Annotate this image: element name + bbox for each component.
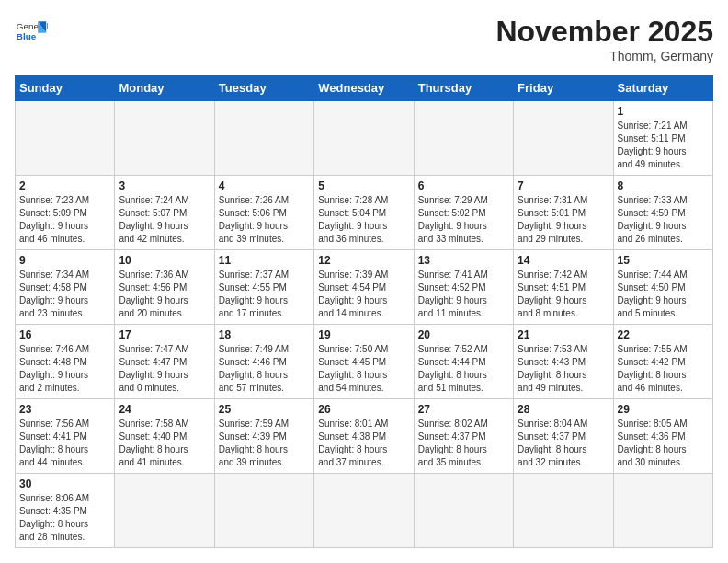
day-number: 3	[119, 179, 210, 192]
weekday-header-tuesday: Tuesday	[214, 75, 313, 101]
day-info: Sunrise: 8:01 AM Sunset: 4:38 PM Dayligh…	[318, 418, 409, 469]
calendar-cell: 29Sunrise: 8:05 AM Sunset: 4:36 PM Dayli…	[613, 399, 712, 474]
calendar-cell: 20Sunrise: 7:52 AM Sunset: 4:44 PM Dayli…	[414, 325, 513, 399]
calendar-cell: 21Sunrise: 7:53 AM Sunset: 4:43 PM Dayli…	[514, 325, 613, 399]
day-info: Sunrise: 7:24 AM Sunset: 5:07 PM Dayligh…	[119, 194, 210, 246]
calendar: SundayMondayTuesdayWednesdayThursdayFrid…	[15, 75, 713, 548]
day-info: Sunrise: 8:05 AM Sunset: 4:36 PM Dayligh…	[618, 418, 709, 469]
calendar-cell: 25Sunrise: 7:59 AM Sunset: 4:39 PM Dayli…	[214, 399, 313, 474]
calendar-cell: 1Sunrise: 7:21 AM Sunset: 5:11 PM Daylig…	[613, 101, 712, 176]
calendar-cell	[115, 101, 214, 176]
day-info: Sunrise: 7:47 AM Sunset: 4:47 PM Dayligh…	[119, 343, 210, 395]
day-number: 11	[219, 254, 310, 267]
calendar-cell	[214, 474, 313, 548]
calendar-cell: 26Sunrise: 8:01 AM Sunset: 4:38 PM Dayli…	[314, 399, 414, 474]
calendar-cell: 15Sunrise: 7:44 AM Sunset: 4:50 PM Dayli…	[613, 250, 712, 325]
day-info: Sunrise: 8:02 AM Sunset: 4:37 PM Dayligh…	[418, 418, 509, 469]
day-number: 19	[318, 328, 409, 341]
calendar-cell: 8Sunrise: 7:33 AM Sunset: 4:59 PM Daylig…	[613, 176, 712, 250]
calendar-cell: 10Sunrise: 7:36 AM Sunset: 4:56 PM Dayli…	[115, 250, 214, 325]
calendar-cell: 22Sunrise: 7:55 AM Sunset: 4:42 PM Dayli…	[613, 325, 712, 399]
weekday-header-wednesday: Wednesday	[314, 75, 414, 101]
day-info: Sunrise: 7:44 AM Sunset: 4:50 PM Dayligh…	[618, 269, 709, 320]
day-info: Sunrise: 7:49 AM Sunset: 4:46 PM Dayligh…	[219, 343, 310, 395]
calendar-cell: 24Sunrise: 7:58 AM Sunset: 4:40 PM Dayli…	[115, 399, 214, 474]
svg-text:Blue: Blue	[17, 31, 37, 41]
calendar-cell	[613, 474, 712, 548]
day-number: 18	[219, 328, 310, 341]
day-number: 25	[219, 403, 310, 416]
calendar-cell: 2Sunrise: 7:23 AM Sunset: 5:09 PM Daylig…	[16, 176, 115, 250]
week-row-4: 23Sunrise: 7:56 AM Sunset: 4:41 PM Dayli…	[16, 399, 713, 474]
calendar-cell	[115, 474, 214, 548]
weekday-header-monday: Monday	[115, 75, 214, 101]
calendar-cell: 23Sunrise: 7:56 AM Sunset: 4:41 PM Dayli…	[16, 399, 115, 474]
day-number: 7	[518, 179, 609, 192]
week-row-1: 2Sunrise: 7:23 AM Sunset: 5:09 PM Daylig…	[16, 176, 713, 250]
day-number: 22	[618, 328, 709, 341]
day-info: Sunrise: 7:53 AM Sunset: 4:43 PM Dayligh…	[518, 343, 609, 395]
day-info: Sunrise: 7:42 AM Sunset: 4:51 PM Dayligh…	[518, 269, 609, 320]
calendar-cell: 6Sunrise: 7:29 AM Sunset: 5:02 PM Daylig…	[414, 176, 513, 250]
day-number: 16	[19, 328, 110, 341]
day-number: 2	[19, 179, 110, 192]
weekday-header-thursday: Thursday	[414, 75, 513, 101]
calendar-cell: 30Sunrise: 8:06 AM Sunset: 4:35 PM Dayli…	[16, 474, 115, 548]
calendar-cell: 28Sunrise: 8:04 AM Sunset: 4:37 PM Dayli…	[514, 399, 613, 474]
day-info: Sunrise: 7:56 AM Sunset: 4:41 PM Dayligh…	[19, 418, 110, 469]
calendar-cell	[414, 101, 513, 176]
day-info: Sunrise: 7:52 AM Sunset: 4:44 PM Dayligh…	[418, 343, 509, 395]
day-info: Sunrise: 8:04 AM Sunset: 4:37 PM Dayligh…	[518, 418, 609, 469]
day-number: 10	[119, 254, 210, 267]
day-number: 26	[318, 403, 409, 416]
day-number: 30	[19, 477, 110, 490]
day-number: 17	[119, 328, 210, 341]
logo: General Blue	[15, 15, 48, 48]
day-number: 8	[618, 179, 709, 192]
title-area: November 2025 Thomm, Germany	[495, 15, 713, 63]
week-row-2: 9Sunrise: 7:34 AM Sunset: 4:58 PM Daylig…	[16, 250, 713, 325]
calendar-cell: 17Sunrise: 7:47 AM Sunset: 4:47 PM Dayli…	[115, 325, 214, 399]
day-info: Sunrise: 7:33 AM Sunset: 4:59 PM Dayligh…	[618, 194, 709, 246]
day-info: Sunrise: 7:23 AM Sunset: 5:09 PM Dayligh…	[19, 194, 110, 246]
day-info: Sunrise: 7:26 AM Sunset: 5:06 PM Dayligh…	[219, 194, 310, 246]
day-number: 27	[418, 403, 509, 416]
calendar-cell: 14Sunrise: 7:42 AM Sunset: 4:51 PM Dayli…	[514, 250, 613, 325]
calendar-cell	[314, 474, 414, 548]
calendar-cell: 16Sunrise: 7:46 AM Sunset: 4:48 PM Dayli…	[16, 325, 115, 399]
day-number: 6	[418, 179, 509, 192]
day-number: 24	[119, 403, 210, 416]
day-info: Sunrise: 7:58 AM Sunset: 4:40 PM Dayligh…	[119, 418, 210, 469]
weekday-header-friday: Friday	[514, 75, 613, 101]
day-info: Sunrise: 7:28 AM Sunset: 5:04 PM Dayligh…	[318, 194, 409, 246]
calendar-cell	[314, 101, 414, 176]
day-info: Sunrise: 7:37 AM Sunset: 4:55 PM Dayligh…	[219, 269, 310, 320]
calendar-cell	[16, 101, 115, 176]
calendar-cell: 27Sunrise: 8:02 AM Sunset: 4:37 PM Dayli…	[414, 399, 513, 474]
calendar-cell	[514, 101, 613, 176]
day-number: 13	[418, 254, 509, 267]
calendar-cell: 7Sunrise: 7:31 AM Sunset: 5:01 PM Daylig…	[514, 176, 613, 250]
day-number: 15	[618, 254, 709, 267]
weekday-header-row: SundayMondayTuesdayWednesdayThursdayFrid…	[16, 75, 713, 101]
subtitle: Thomm, Germany	[495, 49, 713, 63]
day-info: Sunrise: 7:36 AM Sunset: 4:56 PM Dayligh…	[119, 269, 210, 320]
day-number: 20	[418, 328, 509, 341]
month-title: November 2025	[495, 15, 713, 49]
day-number: 4	[219, 179, 310, 192]
calendar-cell: 11Sunrise: 7:37 AM Sunset: 4:55 PM Dayli…	[214, 250, 313, 325]
calendar-cell	[414, 474, 513, 548]
day-info: Sunrise: 7:59 AM Sunset: 4:39 PM Dayligh…	[219, 418, 310, 469]
day-number: 5	[318, 179, 409, 192]
day-info: Sunrise: 7:21 AM Sunset: 5:11 PM Dayligh…	[618, 120, 709, 171]
weekday-header-saturday: Saturday	[613, 75, 712, 101]
calendar-cell: 9Sunrise: 7:34 AM Sunset: 4:58 PM Daylig…	[16, 250, 115, 325]
calendar-cell	[214, 101, 313, 176]
weekday-header-sunday: Sunday	[16, 75, 115, 101]
day-info: Sunrise: 7:34 AM Sunset: 4:58 PM Dayligh…	[19, 269, 110, 320]
day-number: 23	[19, 403, 110, 416]
calendar-cell: 4Sunrise: 7:26 AM Sunset: 5:06 PM Daylig…	[214, 176, 313, 250]
calendar-cell: 13Sunrise: 7:41 AM Sunset: 4:52 PM Dayli…	[414, 250, 513, 325]
day-number: 9	[19, 254, 110, 267]
day-info: Sunrise: 7:31 AM Sunset: 5:01 PM Dayligh…	[518, 194, 609, 246]
